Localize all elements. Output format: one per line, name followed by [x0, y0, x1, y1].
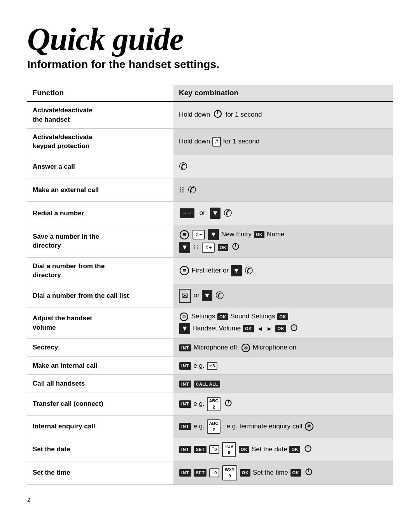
- row-key: Hold down for 1 second: [173, 101, 393, 128]
- int-badge2: INT: [179, 362, 191, 370]
- terminate-enquiry-text: ; e.g. terminate enquiry call: [223, 423, 304, 430]
- table-row: Dial a number from the call list ✉ or ▼ …: [27, 284, 393, 307]
- down-arrow-icon5: ▼: [202, 290, 213, 301]
- down-arrow-icon4: ▼: [231, 265, 242, 276]
- table-row: Answer a call ✆: [27, 155, 393, 178]
- power-icon: [213, 108, 223, 122]
- hash-key: #: [212, 137, 221, 147]
- eg-text1: e.g.: [193, 362, 206, 369]
- call-icon2: ✆: [188, 184, 196, 196]
- row-function: Internal enquiry call: [27, 415, 173, 438]
- eg-text3: e.g.: [193, 423, 206, 430]
- int-badge1: INT: [179, 344, 191, 352]
- power-icon5: [304, 444, 312, 456]
- table-row: Save a number in thedirectory ☰ ⇳+ ▼ New…: [27, 225, 393, 258]
- sound-settings-text: Sound Settings: [230, 313, 277, 320]
- zero-key2: ¯0: [209, 468, 219, 477]
- row-function: Make an internal call: [27, 356, 173, 375]
- redial-arrows-icon: →→: [180, 208, 194, 218]
- reg-symbol2: ®: [305, 422, 313, 431]
- int-badge3: INT: [179, 381, 191, 388]
- call-all-badge: CALL ALL: [194, 381, 220, 388]
- row-function: Dial a number from thedirectory: [27, 257, 173, 284]
- circle-menu-icon2: ☰: [180, 266, 189, 275]
- table-row: Dial a number from thedirectory ☰ First …: [27, 257, 393, 284]
- row-key: INT SET ¯0 TUV8 OK Set the date OK: [173, 438, 393, 461]
- power-icon6: [304, 467, 313, 479]
- eg-text2: e.g.: [193, 400, 206, 407]
- call-icon3: ✆: [224, 207, 232, 219]
- row-function: Dial a number from the call list: [27, 284, 173, 307]
- contacts-list-icon2: ⇳+: [202, 243, 215, 253]
- settings-icon: ⚙: [180, 313, 188, 321]
- int-badge4: INT: [179, 400, 191, 408]
- wxyz9-key: WXY9: [222, 465, 237, 480]
- ok-badge1: OK: [254, 231, 265, 238]
- or-text2: or: [223, 267, 231, 274]
- ok-badge5: OK: [243, 325, 254, 332]
- ok-badge10: OK: [290, 469, 301, 477]
- settings-text: Settings: [191, 313, 217, 320]
- first-letter-text: First letter: [192, 267, 223, 274]
- right-arrow-text: ►: [266, 325, 273, 332]
- down-arrow-icon1: ▼: [210, 208, 221, 219]
- left-arrow-text: ◄: [257, 325, 263, 332]
- call-icon4: ✆: [245, 265, 253, 276]
- row-key: ☰ First letter or ▼ ✆: [173, 257, 393, 284]
- grid-icon2: ⁝⁝: [194, 243, 198, 251]
- hold-down-text: Hold down: [179, 111, 212, 118]
- row-key: ⁝⁝ ✆: [173, 178, 393, 202]
- row-key: ⚙ Settings OK Sound Settings OK ▼ Handse…: [173, 307, 393, 339]
- microphone-off-text: Microphone off;: [193, 344, 241, 351]
- table-row: Secrecy INT Microphone off; ® Microphone…: [27, 339, 393, 357]
- tuv8-key: TUV8: [222, 442, 236, 457]
- new-entry-text: New Entry: [221, 231, 254, 238]
- table-row: Set the date INT SET ¯0 TUV8 OK Set the …: [27, 438, 393, 461]
- table-row: Activate/deactivatekeypad protection Hol…: [27, 128, 393, 155]
- set-badge2: SET: [194, 469, 206, 477]
- row-key: →→ or ▼ ✆: [173, 202, 393, 225]
- or-text1: or: [200, 209, 207, 217]
- num2-key: ABC2: [207, 397, 221, 411]
- row-function: Secrecy: [27, 339, 173, 357]
- for-1-second-text2: for 1 second: [223, 138, 260, 145]
- num2-key2: ABC2: [207, 419, 221, 434]
- hold-down-text2: Hold down: [179, 138, 212, 145]
- call-icon5: ✆: [215, 290, 224, 301]
- num3-key: ↵3: [207, 362, 217, 370]
- down-arrow-icon3: ▼: [179, 242, 190, 253]
- table-row: Redial a number →→ or ▼ ✆: [27, 202, 393, 225]
- row-key: INT e.g. ABC2: [173, 393, 393, 415]
- set-time-text: Set the time: [253, 469, 290, 476]
- reg-symbol1: ®: [242, 344, 250, 352]
- ok-badge4: OK: [277, 313, 288, 321]
- guide-table: Function Key combination Activate/deacti…: [27, 85, 393, 485]
- row-key: INT SET ¯0 WXY9 OK Set the time OK: [173, 461, 393, 484]
- zero-key1: ¯0: [209, 445, 219, 454]
- col1-header: Function: [27, 85, 173, 101]
- row-function: Adjust the handsetvolume: [27, 307, 173, 339]
- or-text3: or: [194, 292, 201, 299]
- table-row: Activate/deactivatethe handset Hold down…: [27, 101, 393, 128]
- power-icon4: [224, 398, 233, 410]
- handset-volume-text: Handset Volume: [192, 325, 243, 332]
- main-title: Quick guide: [27, 23, 393, 55]
- row-key: ✉ or ▼ ✆: [173, 284, 393, 307]
- row-key: ✆: [173, 155, 393, 178]
- circle-menu-icon1: ☰: [180, 230, 189, 239]
- row-key: INT CALL ALL: [173, 375, 393, 393]
- row-function: Activate/deactivatethe handset: [27, 101, 173, 128]
- contacts-list-icon: ⇳+: [192, 230, 205, 240]
- table-row: Transfer call (connect) INT e.g. ABC2: [27, 393, 393, 415]
- ok-badge2: OK: [218, 244, 229, 252]
- row-function: Set the date: [27, 438, 173, 461]
- power-icon3: [290, 323, 298, 335]
- ok-badge6: OK: [275, 325, 286, 332]
- ok-badge7: OK: [239, 446, 250, 453]
- power-icon2: [231, 242, 240, 253]
- ok-badge3: OK: [217, 313, 228, 321]
- subtitle: Information for the handset settings.: [27, 58, 393, 71]
- row-function: Make an external call: [27, 178, 173, 202]
- row-function: Call all handsets: [27, 375, 173, 393]
- envelope-icon: ✉: [179, 289, 191, 303]
